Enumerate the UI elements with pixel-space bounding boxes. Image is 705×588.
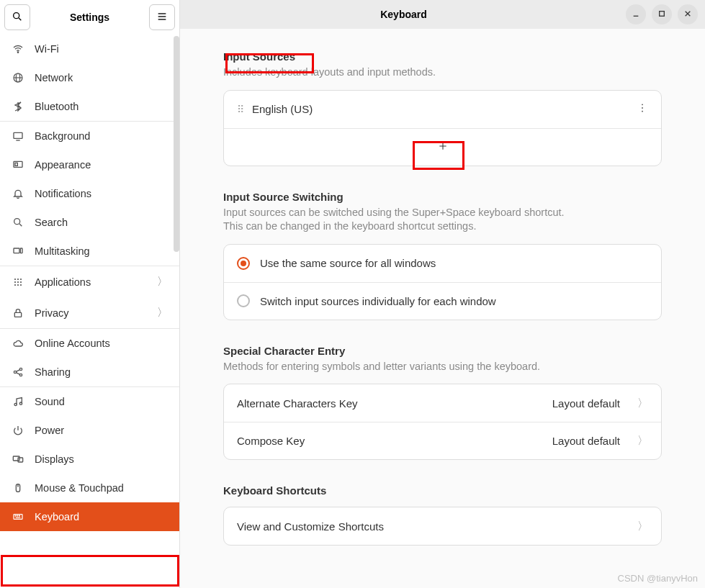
sidebar-item-applications[interactable]: Applications〉 xyxy=(0,266,179,297)
section-special-entry: Special Character Entry Methods for ente… xyxy=(223,345,662,461)
scrollbar-icon[interactable] xyxy=(174,36,179,252)
sidebar-item-power[interactable]: Power xyxy=(0,416,179,445)
power-icon xyxy=(12,425,24,436)
sidebar-item-search[interactable]: Search xyxy=(0,208,179,237)
mouse-icon xyxy=(12,482,24,494)
radio-same-source[interactable]: Use the same source for all windows xyxy=(224,245,661,282)
lock-icon xyxy=(12,307,24,319)
sidebar-item-wi-fi[interactable]: Wi-Fi xyxy=(0,35,179,63)
multitask-icon xyxy=(12,245,24,257)
section-desc: Includes keyboard layouts and input meth… xyxy=(223,65,662,80)
close-icon xyxy=(682,8,693,22)
svg-point-40 xyxy=(15,515,16,516)
section-shortcuts: Keyboard Shortcuts View and Customize Sh… xyxy=(223,484,662,546)
radio-per-window[interactable]: Switch input sources individually for ea… xyxy=(224,282,661,320)
sidebar-item-displays[interactable]: Displays xyxy=(0,445,179,474)
sidebar-item-label: Displays xyxy=(35,453,74,465)
sidebar-item-label: Bluetooth xyxy=(35,101,78,112)
svg-point-41 xyxy=(17,515,18,516)
svg-point-32 xyxy=(14,403,17,405)
svg-point-49 xyxy=(642,111,643,112)
compose-key-row[interactable]: Compose Key Layout default 〉 xyxy=(224,422,661,459)
bluetooth-icon xyxy=(12,101,24,112)
sidebar-item-label: Search xyxy=(35,217,68,228)
svg-point-20 xyxy=(14,281,16,282)
svg-line-30 xyxy=(16,370,19,372)
svg-point-33 xyxy=(19,402,22,404)
main-panel: Keyboard Input Sources Includes keyboard… xyxy=(180,0,705,588)
section-title: Input Sources xyxy=(223,50,662,63)
chevron-right-icon: 〉 xyxy=(157,275,168,289)
watermark: CSDN @tianyvHon xyxy=(618,573,698,584)
sidebar-item-sound[interactable]: Sound xyxy=(0,386,179,416)
radio-label: Switch input sources individually for ea… xyxy=(260,295,496,307)
sidebar-list[interactable]: Wi-FiNetworkBluetoothBackgroundAppearanc… xyxy=(0,35,179,588)
input-sources-card: ⠿ English (US) xyxy=(223,90,662,166)
keyboard-icon xyxy=(12,511,24,523)
alt-chars-key-row[interactable]: Alternate Characters Key Layout default … xyxy=(224,384,661,422)
svg-rect-44 xyxy=(660,11,665,16)
share-icon xyxy=(12,366,24,378)
section-desc: Methods for entering symbols and letter … xyxy=(223,360,662,374)
maximize-button[interactable] xyxy=(652,4,672,24)
svg-point-18 xyxy=(17,278,19,279)
sidebar-item-background[interactable]: Background xyxy=(0,121,179,150)
svg-point-22 xyxy=(20,281,22,282)
minimize-button[interactable] xyxy=(626,4,646,24)
view-shortcuts-row[interactable]: View and Customize Shortcuts 〉 xyxy=(224,507,661,545)
radio-icon xyxy=(237,294,250,307)
svg-rect-35 xyxy=(18,458,23,462)
svg-rect-16 xyxy=(20,248,22,253)
sidebar-item-label: Online Accounts xyxy=(35,338,110,349)
section-desc: Input sources can be switched using the … xyxy=(223,206,662,234)
svg-point-24 xyxy=(17,284,19,285)
monitor-icon xyxy=(12,130,24,142)
sidebar-item-bluetooth[interactable]: Bluetooth xyxy=(0,92,179,121)
section-input-sources: Input Sources Includes keyboard layouts … xyxy=(223,50,662,166)
svg-point-5 xyxy=(17,52,18,53)
sidebar-item-keyboard[interactable]: Keyboard xyxy=(0,502,179,531)
more-options-button[interactable] xyxy=(637,102,648,116)
sidebar-item-multitasking[interactable]: Multitasking xyxy=(0,237,179,266)
sidebar-item-label: Mouse & Touchpad xyxy=(35,482,124,494)
minimize-icon xyxy=(630,8,642,22)
svg-rect-34 xyxy=(13,456,19,461)
row-value: Layout default xyxy=(552,435,620,447)
sidebar-item-label: Multitasking xyxy=(35,245,90,257)
hamburger-button[interactable] xyxy=(149,4,175,30)
svg-point-23 xyxy=(14,284,16,285)
grid-icon xyxy=(12,276,24,288)
section-title: Special Character Entry xyxy=(223,345,662,357)
sidebar-item-privacy[interactable]: Privacy〉 xyxy=(0,297,179,328)
radio-label: Use the same source for all windows xyxy=(260,257,436,269)
chevron-right-icon: 〉 xyxy=(637,434,648,448)
hamburger-icon xyxy=(156,11,168,24)
search-icon xyxy=(12,217,24,228)
svg-rect-12 xyxy=(15,163,17,166)
row-label: Compose Key xyxy=(237,435,305,447)
sidebar-item-mouse-touchpad[interactable]: Mouse & Touchpad xyxy=(0,474,179,502)
sidebar-item-sharing[interactable]: Sharing xyxy=(0,358,179,386)
page-title: Keyboard xyxy=(187,9,620,20)
kebab-icon xyxy=(637,104,648,116)
svg-line-1 xyxy=(19,18,21,20)
plus-icon xyxy=(437,140,449,154)
sidebar-item-online-accounts[interactable]: Online Accounts xyxy=(0,328,179,358)
sidebar-item-label: Power xyxy=(35,425,64,436)
input-source-row[interactable]: ⠿ English (US) xyxy=(224,91,661,128)
main-header: Keyboard xyxy=(180,0,705,29)
svg-rect-9 xyxy=(14,132,22,138)
bell-icon xyxy=(12,188,24,199)
sidebar-item-appearance[interactable]: Appearance xyxy=(0,150,179,179)
search-button[interactable] xyxy=(4,4,30,30)
svg-point-42 xyxy=(19,515,19,516)
sidebar-item-notifications[interactable]: Notifications xyxy=(0,179,179,208)
drag-handle-icon[interactable]: ⠿ xyxy=(237,104,242,115)
row-value: Layout default xyxy=(552,397,620,410)
sidebar-item-label: Background xyxy=(35,130,90,142)
sidebar-item-network[interactable]: Network xyxy=(0,63,179,92)
radio-icon xyxy=(237,257,250,270)
add-input-source-button[interactable] xyxy=(224,128,661,166)
svg-point-21 xyxy=(17,281,19,282)
close-button[interactable] xyxy=(678,4,698,24)
